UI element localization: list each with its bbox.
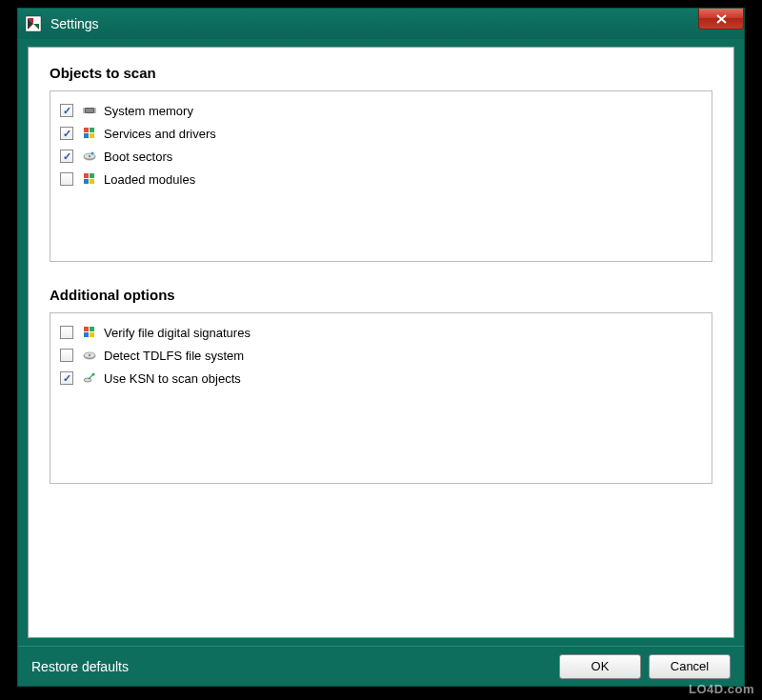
ok-label: OK <box>592 659 610 673</box>
svg-point-16 <box>91 152 94 155</box>
item-label: Use KSN to scan objects <box>104 371 241 386</box>
objects-section-title: Objects to scan <box>50 65 712 81</box>
svg-rect-19 <box>84 179 89 184</box>
svg-rect-10 <box>90 128 94 132</box>
svg-rect-18 <box>90 173 94 178</box>
svg-rect-2 <box>86 109 93 112</box>
item-label: Boot sectors <box>104 150 172 164</box>
list-item: Boot sectors <box>60 145 702 168</box>
svg-rect-24 <box>90 332 94 337</box>
window-title: Settings <box>50 16 99 31</box>
item-label: Detect TDLFS file system <box>104 349 244 363</box>
svg-point-28 <box>84 378 91 382</box>
titlebar: Settings <box>18 9 744 39</box>
cancel-button[interactable]: Cancel <box>649 654 731 679</box>
svg-point-29 <box>92 373 95 376</box>
list-item: Verify file digital signatures <box>60 321 702 344</box>
svg-point-15 <box>89 155 90 157</box>
objects-list: System memory Services and drivers Boot … <box>50 90 712 262</box>
svg-point-27 <box>89 354 90 356</box>
item-label: Loaded modules <box>104 172 195 187</box>
svg-rect-11 <box>84 133 89 138</box>
item-label: System memory <box>104 104 193 118</box>
list-item: System memory <box>60 99 702 122</box>
footer: Restore defaults OK Cancel <box>18 646 744 686</box>
checkbox-services-drivers[interactable] <box>60 127 73 140</box>
item-label: Services and drivers <box>104 127 216 141</box>
satellite-icon <box>81 370 98 387</box>
winflag-icon <box>81 324 98 341</box>
checkbox-verify-signatures[interactable] <box>60 326 73 339</box>
content-area: Objects to scan System memory Services a… <box>28 47 734 638</box>
drive-icon <box>81 148 98 165</box>
svg-rect-9 <box>84 128 89 132</box>
chip-icon <box>81 102 98 119</box>
checkbox-boot-sectors[interactable] <box>60 150 73 163</box>
winflag-icon <box>81 125 98 142</box>
app-icon <box>24 14 43 33</box>
checkbox-use-ksn[interactable] <box>60 371 73 385</box>
checkbox-system-memory[interactable] <box>60 104 73 117</box>
additional-list: Verify file digital signatures Detect TD… <box>50 312 712 484</box>
ok-button[interactable]: OK <box>559 654 641 679</box>
checkbox-loaded-modules[interactable] <box>60 172 73 186</box>
list-item: Detect TDLFS file system <box>60 344 702 367</box>
drive-icon <box>81 347 98 364</box>
list-item: Services and drivers <box>60 122 702 145</box>
svg-rect-12 <box>90 133 94 138</box>
winflag-icon <box>81 170 98 188</box>
additional-section-title: Additional options <box>50 287 712 303</box>
list-item: Loaded modules <box>60 168 702 190</box>
cancel-label: Cancel <box>671 659 709 673</box>
svg-rect-17 <box>84 173 89 178</box>
settings-window: Settings Objects to scan System memory <box>17 8 745 687</box>
close-button[interactable] <box>698 9 744 30</box>
item-label: Verify file digital signatures <box>104 326 251 340</box>
svg-rect-20 <box>90 179 94 184</box>
list-item: Use KSN to scan objects <box>60 367 702 390</box>
svg-rect-21 <box>84 327 89 331</box>
svg-rect-22 <box>90 327 94 331</box>
restore-defaults-link[interactable]: Restore defaults <box>31 659 129 674</box>
svg-rect-23 <box>84 332 89 337</box>
checkbox-detect-tdlfs[interactable] <box>60 349 73 362</box>
